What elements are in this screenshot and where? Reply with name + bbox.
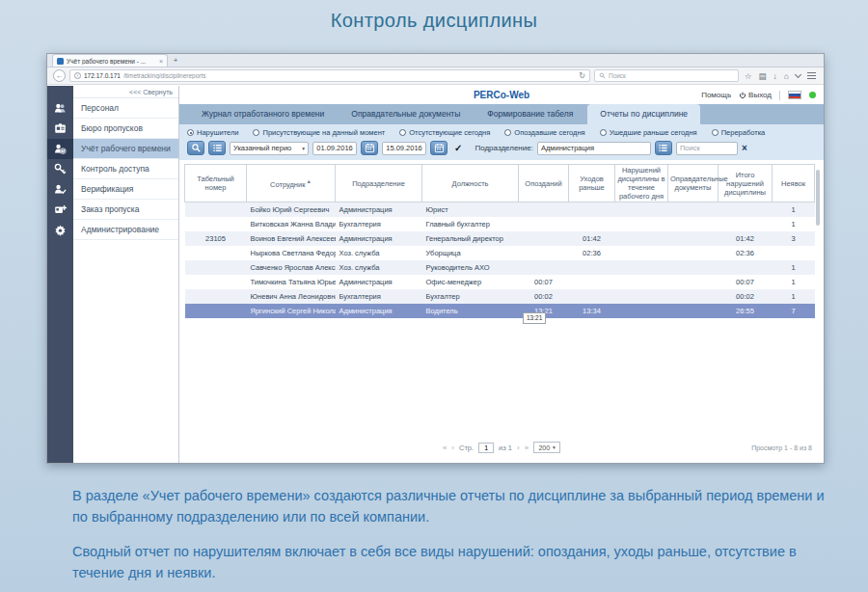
apply-check-icon[interactable]: ✓ (454, 143, 462, 153)
department-input[interactable]: Администрация (537, 142, 651, 155)
period-select[interactable]: Указанный перио ▾ (230, 142, 309, 155)
table-row[interactable]: Ныркова Светлана ФедоровнХоз. службаУбор… (185, 246, 815, 260)
report-type-radios: НарушителиПрисутствующие на данный момен… (187, 128, 816, 137)
download-icon[interactable]: ↓ (773, 71, 777, 81)
table-row[interactable]: 23105Воинов Евгений АлексеевичАдминистра… (185, 231, 815, 246)
date-to-input[interactable]: 15.09.2016 (382, 142, 426, 155)
sidebar-item[interactable]: Персонал (73, 98, 178, 119)
new-tab-button[interactable]: + (168, 55, 183, 67)
browser-tab[interactable]: Учёт рабочего времени - ... × (52, 54, 168, 67)
reload-icon[interactable]: ↻ (579, 71, 585, 80)
last-page-button[interactable]: » (525, 444, 529, 452)
time-icon[interactable] (47, 139, 73, 159)
column-header[interactable]: Уходов раньше (569, 165, 615, 202)
calendar-from-button[interactable] (361, 141, 378, 155)
report-type-radio[interactable]: Опоздавшие сегодня (504, 128, 584, 137)
first-page-button[interactable]: « (443, 444, 447, 452)
module-tab[interactable]: Оправдательные документы (339, 104, 473, 124)
module-tab[interactable]: Формирование табеля (475, 104, 585, 124)
menu-icon[interactable] (807, 72, 816, 80)
key-icon[interactable] (47, 159, 73, 179)
bookmark-star-icon[interactable]: ☆ (745, 71, 752, 81)
browser-window: Учёт рабочего времени - ... × + ← i 172.… (46, 53, 825, 464)
library-icon[interactable]: ▤ (759, 71, 767, 81)
table-row[interactable]: Савченко Ярослав АлександХоз. службаРуко… (185, 260, 815, 275)
column-header[interactable]: Итого нарушений дисциплины (719, 165, 773, 202)
column-header[interactable]: Оправдательные документы (668, 165, 719, 202)
table-scrollbar[interactable] (816, 170, 820, 226)
home-icon[interactable]: ⌂ (784, 71, 789, 81)
table-row[interactable]: Юневич Анна ЛеонидовнаБухгалтерияБухгалт… (185, 289, 815, 304)
language-flag-icon[interactable] (788, 91, 801, 99)
site-info-icon[interactable]: i (74, 72, 81, 79)
report-type-radio[interactable]: Ушедшие раньше сегодня (600, 128, 697, 137)
module-tab[interactable]: Журнал отработанного времени (189, 104, 337, 124)
browser-navbar: ← i 172.17.0.171 /timetracking/disciplin… (47, 67, 824, 85)
page-size-select[interactable]: 200 ▾ (533, 442, 560, 453)
column-header[interactable]: Неявок (773, 165, 815, 202)
date-from-input[interactable]: 01.09.2016 (312, 142, 357, 155)
prev-page-button[interactable]: ‹ (451, 444, 454, 452)
sidebar-item[interactable]: Бюро пропусков (73, 119, 178, 139)
table-cell: Администрация (336, 202, 422, 217)
sidebar-collapse-button[interactable]: <<< Свернуть (73, 86, 178, 98)
browser-search-input[interactable]: Поиск (594, 69, 739, 82)
table-cell: 23105 (185, 231, 247, 246)
department-list-button[interactable] (655, 141, 672, 155)
table-cell (569, 275, 615, 289)
tab-close-icon[interactable]: × (159, 58, 163, 65)
page-count-label: из 1 (499, 444, 512, 452)
table-cell: Тимочкина Татьяна Юрьевна (247, 275, 336, 289)
table-cell: Офис-менеджер (422, 275, 519, 289)
table-cell (773, 246, 815, 260)
report-type-radio[interactable]: Нарушители (187, 128, 238, 137)
page-number-input[interactable] (478, 443, 494, 453)
calendar-icon (434, 143, 445, 153)
table-cell: 00:07 (519, 275, 569, 289)
verify-icon[interactable] (47, 179, 73, 200)
report-type-radio[interactable]: Присутствующие на данный момент (253, 128, 385, 137)
next-page-button[interactable]: › (517, 444, 520, 452)
sidebar-item[interactable]: Верификация (73, 179, 178, 200)
person-icon[interactable] (47, 98, 73, 119)
calendar-to-button[interactable] (430, 141, 448, 155)
table-row[interactable]: Яргинский Сергей НиколаевАдминистрацияВо… (185, 304, 815, 318)
sidebar-item[interactable]: Администрирование (73, 220, 178, 240)
table-cell: 02:36 (719, 246, 773, 260)
table-cell: Администрация (336, 304, 422, 318)
table-cell: Хоз. служба (336, 260, 422, 275)
table-cell: Администрация (336, 275, 422, 289)
pocket-icon[interactable] (795, 71, 801, 78)
table-row[interactable]: Тимочкина Татьяна ЮрьевнаАдминистрацияОф… (185, 275, 815, 289)
search-button[interactable] (187, 141, 204, 155)
help-link[interactable]: Помощь (701, 91, 731, 99)
column-header[interactable]: Табельный номер (185, 165, 247, 202)
report-type-radio[interactable]: Переработка (712, 128, 766, 137)
sidebar-item[interactable]: Учёт рабочего времени (73, 139, 178, 159)
module-tab[interactable]: Отчеты по дисциплине (587, 104, 700, 124)
sidebar-item[interactable]: Заказ пропуска (73, 200, 178, 220)
column-header[interactable]: Сотрудник▲ (247, 165, 336, 202)
pass-order-icon[interactable] (47, 200, 73, 220)
table-cell (519, 260, 569, 275)
table-search-input[interactable] (676, 142, 738, 155)
column-header[interactable]: Подразделение (336, 165, 422, 202)
table-row[interactable]: Бойко Юрий СергеевичАдминистрацияЮрист1 (185, 202, 815, 217)
logout-link[interactable]: Выход (739, 91, 772, 99)
table-header-row: Табельный номерСотрудник▲ПодразделениеДо… (185, 165, 815, 202)
table-cell: 00:02 (519, 289, 569, 304)
url-bar[interactable]: i 172.17.0.171 /timetracking/discipliner… (69, 69, 590, 82)
column-header[interactable]: Нарушений дисциплины в течение рабочего … (615, 165, 668, 202)
report-type-radio[interactable]: Отсутствующие сегодня (399, 128, 490, 137)
table-row[interactable]: Витковская Жанна ВладимирБухгалтерияГлав… (185, 217, 815, 231)
back-icon[interactable]: ← (53, 69, 66, 82)
column-header[interactable]: Опозданий (519, 165, 569, 202)
columns-button[interactable] (208, 141, 226, 155)
gear-icon[interactable] (47, 220, 73, 240)
column-header[interactable]: Должность (422, 165, 519, 202)
search-icon (191, 143, 202, 153)
sidebar-item[interactable]: Контроль доступа (73, 159, 178, 179)
badge-icon[interactable] (47, 119, 73, 139)
table-cell: Юневич Анна Леонидовна (247, 289, 336, 304)
clear-search-icon[interactable]: × (742, 144, 747, 153)
